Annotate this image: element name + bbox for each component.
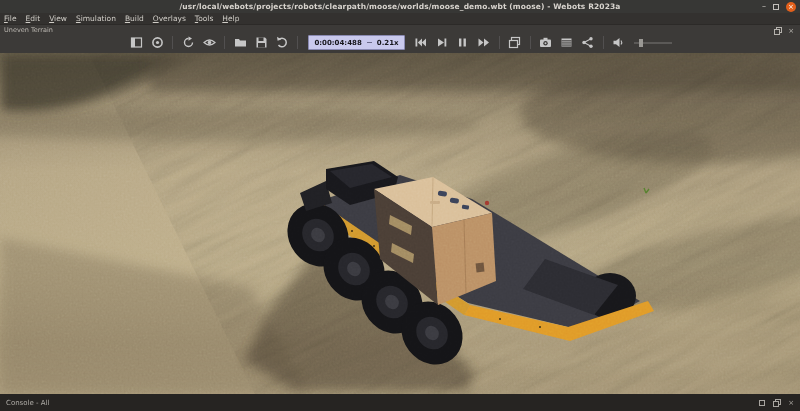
reload-icon [276, 36, 289, 49]
eye-icon [203, 36, 216, 49]
menu-view[interactable]: View [49, 13, 67, 24]
step-play-icon [435, 36, 448, 49]
restore-viewpoint-button[interactable] [180, 35, 196, 51]
restore-viewpoint-icon [182, 36, 195, 49]
step-button[interactable] [434, 35, 450, 51]
3d-viewport[interactable] [0, 53, 800, 394]
dock-header: Uneven Terrain × [0, 25, 800, 53]
movie-icon [560, 36, 573, 49]
record-movie-button[interactable] [559, 35, 575, 51]
open-world-button[interactable] [232, 35, 248, 51]
menu-simulation[interactable]: Simulation [76, 13, 116, 24]
camera-icon [539, 36, 552, 49]
rendering-mode-button[interactable] [201, 35, 217, 51]
toggle-rendering-button[interactable] [507, 35, 523, 51]
webots-window: /usr/local/webots/projects/robots/clearp… [0, 0, 800, 411]
toolbar-separator [603, 36, 604, 49]
save-world-button[interactable] [253, 35, 269, 51]
menu-bar: File Edit View Simulation Build Overlays… [0, 13, 800, 25]
time-speed-divider [367, 42, 372, 43]
menu-tools[interactable]: Tools [195, 13, 213, 24]
share-button[interactable] [580, 35, 596, 51]
console-controls: × [759, 399, 794, 408]
share-icon [581, 36, 594, 49]
panel-toggle-icon [130, 36, 143, 49]
menu-overlays[interactable]: Overlays [153, 13, 186, 24]
take-screenshot-button[interactable] [538, 35, 554, 51]
skip-to-start-icon [414, 36, 427, 49]
toggle-scene-tree-button[interactable] [128, 35, 144, 51]
maximize-button[interactable] [773, 4, 779, 10]
virtual-time-display: 0:00:04:488 0.21x [308, 35, 404, 50]
menu-help[interactable]: Help [222, 13, 239, 24]
volume-slider[interactable] [634, 35, 672, 51]
float-window-icon [773, 399, 781, 407]
follow-object-button[interactable] [149, 35, 165, 51]
fast-forward-icon [477, 36, 490, 49]
rendering-window-icon [508, 36, 521, 49]
save-icon [255, 36, 268, 49]
toolbar-separator [530, 36, 531, 49]
window-controls: – × [762, 0, 796, 13]
toolbar-separator [224, 36, 225, 49]
menu-edit[interactable]: Edit [26, 13, 41, 24]
pause-icon [456, 36, 469, 49]
console-close-button[interactable]: × [788, 399, 794, 407]
toolbar-separator [172, 36, 173, 49]
sound-volume-button[interactable] [611, 35, 627, 51]
fast-forward-button[interactable] [476, 35, 492, 51]
console-title: Console - All [6, 399, 759, 407]
pause-button[interactable] [455, 35, 471, 51]
folder-icon [234, 36, 247, 49]
console-maximize-button[interactable] [759, 400, 765, 406]
title-bar: /usr/local/webots/projects/robots/clearp… [0, 0, 800, 13]
terrain-grain [0, 53, 800, 394]
target-icon [151, 36, 164, 49]
simulation-toolbar: 0:00:04:488 0.21x [0, 33, 800, 52]
speed-factor-value: 0.21x [377, 39, 399, 47]
virtual-time-value: 0:00:04:488 [314, 39, 361, 47]
menu-file[interactable]: File [4, 13, 17, 24]
window-title: /usr/local/webots/projects/robots/clearp… [0, 0, 800, 13]
reset-simulation-button[interactable] [413, 35, 429, 51]
console-float-button[interactable] [772, 399, 781, 408]
console-bar[interactable]: Console - All × [0, 394, 800, 411]
toolbar-separator [499, 36, 500, 49]
menu-build[interactable]: Build [125, 13, 144, 24]
volume-slider-handle[interactable] [639, 39, 643, 47]
close-button[interactable]: × [786, 2, 796, 12]
reload-world-button[interactable] [274, 35, 290, 51]
simulation-scene [0, 53, 800, 394]
minimize-button[interactable]: – [762, 2, 766, 12]
toolbar-separator [297, 36, 298, 49]
speaker-icon [612, 36, 625, 49]
